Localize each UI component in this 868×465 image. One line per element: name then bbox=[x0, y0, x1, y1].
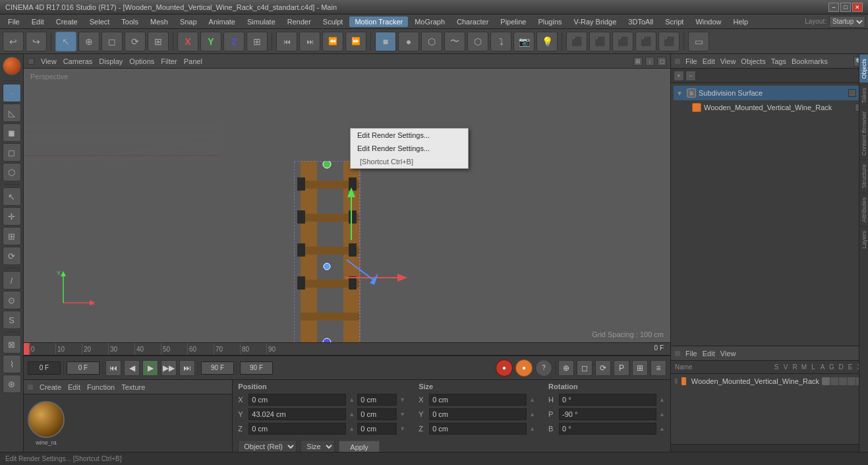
key3-button[interactable]: ⏪ bbox=[322, 32, 343, 51]
key4-button[interactable]: ⏩ bbox=[345, 32, 366, 51]
spline-button[interactable]: 〜 bbox=[444, 32, 465, 51]
pos-z-input[interactable] bbox=[248, 423, 346, 435]
vp-menu-cameras[interactable]: Cameras bbox=[63, 57, 93, 65]
material-item[interactable]: wine_ra bbox=[28, 401, 65, 446]
size-x-arrow-up[interactable]: ▲ bbox=[529, 396, 535, 403]
render-region-button[interactable]: ⬛ bbox=[566, 32, 587, 51]
pos-y-right-input[interactable] bbox=[357, 408, 397, 420]
render-active-button[interactable]: ⬛ bbox=[589, 32, 610, 51]
tab-layers[interactable]: Layers bbox=[859, 226, 868, 253]
menu-mesh[interactable]: Mesh bbox=[145, 16, 173, 27]
vp-menu-panel[interactable]: Panel bbox=[184, 57, 202, 65]
edge-mode-button[interactable]: ◺ bbox=[3, 104, 21, 122]
snap-button[interactable]: ⊠ bbox=[3, 335, 21, 354]
next-frame-button[interactable]: ▶▶ bbox=[161, 360, 177, 376]
pos-x-arrow-up[interactable]: ▲ bbox=[349, 396, 355, 403]
x-axis-button[interactable]: X bbox=[177, 32, 198, 51]
obj-menu-objects[interactable]: Objects bbox=[741, 57, 765, 65]
select-tool-button[interactable]: ↖ bbox=[55, 32, 76, 51]
menu-window[interactable]: Window bbox=[690, 16, 726, 27]
obj-scrollbar[interactable] bbox=[671, 444, 868, 452]
cylinder-button[interactable]: ⬡ bbox=[421, 32, 442, 51]
obj-menu-tags[interactable]: Tags bbox=[771, 57, 786, 65]
tl-extra-1[interactable]: ⊕ bbox=[558, 360, 574, 376]
menu-tools[interactable]: Tools bbox=[116, 16, 144, 27]
size-x-input[interactable] bbox=[429, 394, 527, 406]
knife-button[interactable]: / bbox=[3, 271, 21, 290]
rot-p-arrow[interactable]: ▲ bbox=[659, 411, 665, 418]
y-axis-button[interactable]: Y bbox=[200, 32, 221, 51]
undo-button[interactable]: ↩ bbox=[3, 32, 24, 51]
pos-y-arrow-down[interactable]: ▼ bbox=[399, 411, 405, 418]
viewport[interactable]: Perspective bbox=[24, 69, 670, 342]
object-mode-button[interactable]: ◻ bbox=[3, 143, 21, 162]
point-mode-button[interactable]: · bbox=[3, 84, 21, 102]
obj-menu-view[interactable]: View bbox=[720, 57, 736, 65]
scene-mode-button[interactable]: ⬡ bbox=[3, 163, 21, 181]
light-button[interactable]: 💡 bbox=[536, 32, 558, 51]
tl-extra-2[interactable]: ◻ bbox=[577, 360, 593, 376]
rot-h-arrow[interactable]: ▲ bbox=[659, 396, 665, 403]
pos-y-input[interactable] bbox=[248, 408, 346, 420]
size-y-input[interactable] bbox=[429, 408, 527, 420]
obj-menu-edit[interactable]: Edit bbox=[703, 57, 715, 65]
menu-vray[interactable]: V-Ray Bridge bbox=[569, 16, 622, 27]
tab-takes[interactable]: Takes bbox=[859, 83, 868, 108]
tl-extra-4[interactable]: P bbox=[614, 360, 629, 376]
play-button[interactable]: ▶ bbox=[142, 360, 158, 376]
coord-system-select[interactable]: Object (Rel) bbox=[238, 440, 297, 452]
record-button[interactable]: ● bbox=[496, 359, 513, 377]
vp-menu-view[interactable]: View bbox=[41, 57, 57, 65]
menu-motion-tracker[interactable]: Motion Tracker bbox=[349, 16, 408, 27]
transform-tool-button[interactable]: ⊞ bbox=[148, 32, 169, 51]
obj-subdivision-surface[interactable]: ▼ S Subdivision Surface ✓ bbox=[674, 86, 865, 100]
tl-extra-6[interactable]: ≡ bbox=[651, 360, 666, 376]
end-frame-input[interactable] bbox=[201, 361, 234, 375]
menu-3dtoall[interactable]: 3DToAll bbox=[623, 16, 658, 27]
render-view-button[interactable]: ⬛ bbox=[635, 32, 656, 51]
floor-button[interactable]: ▭ bbox=[688, 32, 709, 51]
obj-menu-bookmarks[interactable]: Bookmarks bbox=[792, 57, 828, 65]
floor2-button[interactable]: ⊛ bbox=[3, 375, 21, 393]
deform-button[interactable]: ⤵ bbox=[490, 32, 511, 51]
mat-menu-edit[interactable]: Edit bbox=[68, 383, 80, 391]
obj2-menu-view[interactable]: View bbox=[720, 350, 736, 357]
material-thumbnail[interactable] bbox=[28, 401, 65, 438]
pos-x-input[interactable] bbox=[248, 394, 346, 406]
obj-list-wine-rack[interactable]: Wooden_Mounted_Vertical_Wine_Rack bbox=[671, 374, 868, 388]
z-axis-button[interactable]: Z bbox=[223, 32, 245, 51]
tl-extra-5[interactable]: ⊞ bbox=[632, 360, 648, 376]
menu-script[interactable]: Script bbox=[660, 16, 689, 27]
menu-animate[interactable]: Animate bbox=[204, 16, 241, 27]
render-button[interactable]: ⬛ bbox=[612, 32, 633, 51]
alt-frame-input[interactable] bbox=[240, 361, 273, 375]
menu-sculpt[interactable]: Sculpt bbox=[318, 16, 349, 27]
rotate-button[interactable]: ⟳ bbox=[3, 247, 21, 265]
menu-select[interactable]: Select bbox=[84, 16, 115, 27]
vp-menu-options[interactable]: Options bbox=[129, 57, 154, 65]
tab-structure[interactable]: Structure bbox=[859, 160, 868, 193]
floor-tool-button[interactable]: ⌇ bbox=[3, 355, 21, 373]
size-y-arrow-up[interactable]: ▲ bbox=[529, 411, 535, 418]
cube-button[interactable]: ■ bbox=[375, 32, 396, 51]
pos-z-right-input[interactable] bbox=[357, 423, 397, 435]
go-to-start-button[interactable]: ⏮ bbox=[105, 360, 121, 376]
rot-b-arrow[interactable]: ▲ bbox=[659, 425, 665, 432]
prev-frame-button[interactable]: ◀ bbox=[124, 360, 140, 376]
brush-button[interactable]: S bbox=[3, 311, 21, 329]
nurbs-button[interactable]: ⬡ bbox=[467, 32, 488, 51]
rot-p-input[interactable] bbox=[559, 408, 656, 420]
go-to-end-button[interactable]: ⏭ bbox=[179, 360, 195, 376]
start-frame-input[interactable] bbox=[67, 361, 100, 375]
rot-b-input[interactable] bbox=[559, 423, 656, 435]
sphere-button[interactable]: ● bbox=[398, 32, 419, 51]
key1-button[interactable]: ⏮ bbox=[276, 32, 297, 51]
pos-z-arrow-down[interactable]: ▼ bbox=[399, 425, 405, 432]
menu-help[interactable]: Help bbox=[728, 16, 754, 27]
redo-button[interactable]: ↪ bbox=[26, 32, 47, 51]
menu-file[interactable]: File bbox=[3, 16, 25, 27]
size-mode-select[interactable]: Size bbox=[301, 440, 335, 452]
close-button[interactable]: ✕ bbox=[852, 3, 863, 12]
size-z-arrow-up[interactable]: ▲ bbox=[529, 425, 535, 432]
tab-objects[interactable]: Objects bbox=[859, 54, 868, 83]
